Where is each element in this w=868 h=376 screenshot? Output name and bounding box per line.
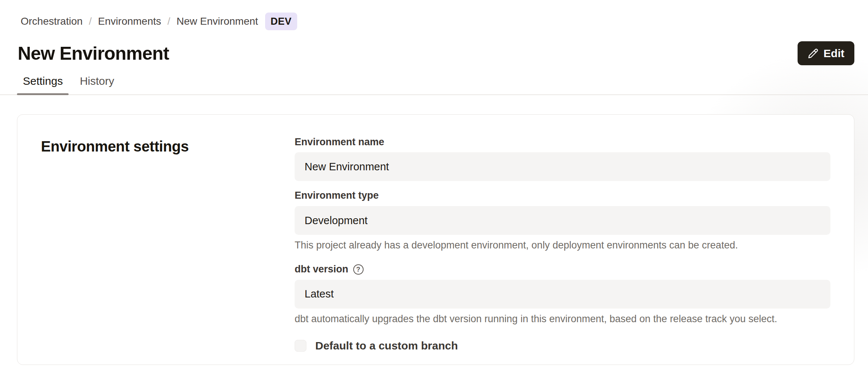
tab-settings[interactable]: Settings xyxy=(17,69,69,94)
breadcrumb-current-page: New Environment xyxy=(177,16,258,27)
breadcrumb: Orchestration / Environments / New Envir… xyxy=(17,13,854,30)
field-dbt-version: dbt version ? dbt automatically upgrades… xyxy=(295,263,830,325)
dbt-version-helper-text: dbt automatically upgrades the dbt versi… xyxy=(295,313,830,325)
breadcrumb-separator: / xyxy=(89,16,92,27)
field-environment-type: Environment type This project already ha… xyxy=(295,189,830,252)
environment-name-input[interactable] xyxy=(295,152,830,181)
page-header: New Environment Edit xyxy=(17,41,854,65)
edit-button-label: Edit xyxy=(823,47,844,60)
environment-settings-card: Environment settings Environment name En… xyxy=(17,114,854,365)
environment-type-label: Environment type xyxy=(295,189,830,202)
environment-type-input[interactable] xyxy=(295,206,830,235)
custom-branch-checkbox[interactable] xyxy=(295,340,306,352)
environment-name-label: Environment name xyxy=(295,136,830,149)
environment-settings-page: Orchestration / Environments / New Envir… xyxy=(0,0,868,376)
field-environment-name: Environment name xyxy=(295,136,830,181)
page-title: New Environment xyxy=(17,43,169,64)
dbt-version-input[interactable] xyxy=(295,280,830,309)
settings-form: Environment name Environment type This p… xyxy=(295,134,830,344)
custom-branch-row: Default to a custom branch xyxy=(295,339,830,352)
breadcrumb-orchestration[interactable]: Orchestration xyxy=(21,16,83,27)
breadcrumb-environments[interactable]: Environments xyxy=(98,16,161,27)
environment-type-helper-text: This project already has a development e… xyxy=(295,239,830,252)
card-heading-column: Environment settings xyxy=(41,134,295,344)
card-heading: Environment settings xyxy=(41,134,295,155)
edit-button[interactable]: Edit xyxy=(798,41,854,65)
dbt-version-label-row: dbt version ? xyxy=(295,263,830,276)
dev-badge: DEV xyxy=(265,13,297,30)
pencil-icon xyxy=(808,48,819,59)
custom-branch-label[interactable]: Default to a custom branch xyxy=(315,339,458,352)
dbt-version-label: dbt version xyxy=(295,263,348,276)
breadcrumb-separator: / xyxy=(167,16,170,27)
tab-history[interactable]: History xyxy=(74,69,120,94)
question-circle-icon[interactable]: ? xyxy=(353,264,364,275)
tab-bar: Settings History xyxy=(0,69,868,95)
